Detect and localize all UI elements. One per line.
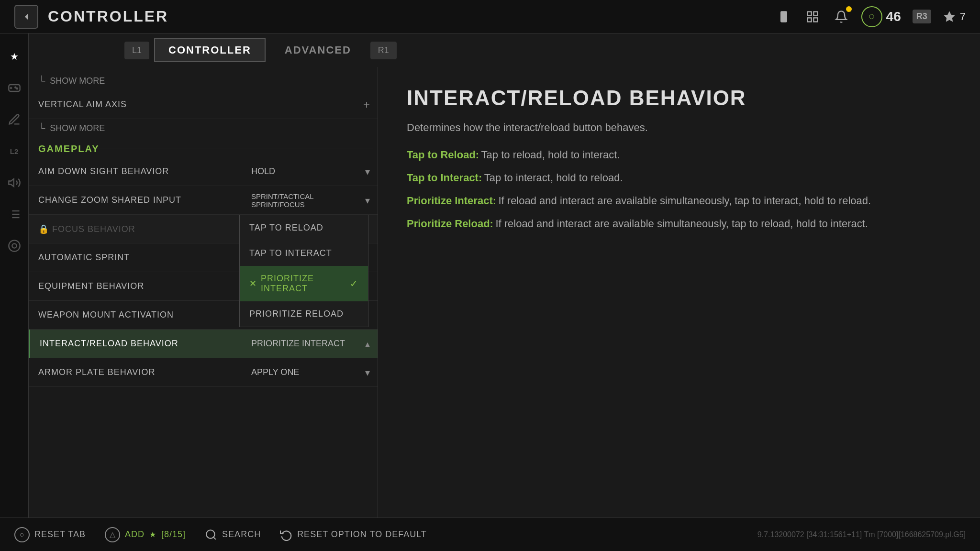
left-sidebar: ★ L2	[0, 33, 29, 518]
armor-plate-label: ARMOR PLATE BEHAVIOR	[29, 367, 244, 377]
sidebar-icon-l2[interactable]: L2	[6, 143, 23, 160]
reset-tab-icon: ○	[14, 527, 30, 542]
topbar-left: CONTROLLER	[14, 5, 168, 29]
reset-option-icon	[280, 529, 292, 541]
gameplay-header: GAMEPLAY	[29, 138, 378, 157]
armor-plate-chevron: ▾	[365, 367, 370, 378]
notification-dot	[846, 6, 852, 12]
detail-text-1: Tap to interact, hold to reload.	[484, 172, 623, 184]
aim-down-sight-value: HOLD ▾	[244, 166, 378, 177]
svg-line-21	[213, 537, 216, 540]
armor-plate-value: APPLY ONE ▾	[244, 367, 378, 378]
focus-behavior-row[interactable]: 🔒 FOCUS BEHAVIOR TAP TO RELOAD TAP TO IN…	[29, 215, 378, 243]
level-number: 46	[886, 9, 901, 24]
topbar: CONTROLLER ⬡ 46 R3 7	[0, 0, 980, 33]
sidebar-icon-volume[interactable]	[6, 174, 23, 191]
change-zoom-value: SPRINT/TACTICAL SPRINT/FOCUS ▾	[244, 192, 378, 209]
level-ring: ⬡	[861, 6, 882, 27]
show-more-row-2[interactable]: └ SHOW MORE	[29, 119, 378, 138]
sidebar-icon-star[interactable]: ★	[6, 48, 23, 65]
tab-controller[interactable]: CONTROLLER	[154, 38, 266, 62]
search-icon	[205, 529, 217, 541]
version-info: 9.7.13200072 [34:31:1561+11] Tm [7000][1…	[757, 530, 966, 539]
detail-item-2: Prioritize Interact: If reload and inter…	[407, 195, 951, 207]
interact-reload-chevron: ▴	[365, 338, 370, 350]
bottom-bar: ○ RESET TAB △ ADD ★ [8/15] SEARCH RESET …	[0, 518, 980, 551]
change-zoom-row[interactable]: CHANGE ZOOM SHARED INPUT SPRINT/TACTICAL…	[29, 186, 378, 215]
vertical-aim-axis-row[interactable]: VERTICAL AIM AXIS +	[29, 90, 378, 119]
aim-down-sight-val-text: HOLD	[251, 166, 275, 176]
topbar-right: ⬡ 46 R3 7	[775, 6, 966, 27]
detail-text-3: If reload and interact are available sim…	[495, 218, 868, 230]
detail-text-0: Tap to reload, hold to interact.	[481, 149, 620, 161]
gameplay-label: GAMEPLAY	[38, 143, 100, 154]
interact-reload-value: PRIORITIZE INTERACT ▴	[244, 338, 378, 350]
search-action[interactable]: SEARCH	[205, 529, 261, 541]
vai-plus: +	[244, 98, 378, 111]
svg-point-10	[16, 88, 17, 89]
reset-tab-action[interactable]: ○ RESET TAB	[14, 527, 86, 542]
armor-plate-row[interactable]: ARMOR PLATE BEHAVIOR APPLY ONE ▾	[29, 358, 378, 387]
reset-option-action[interactable]: RESET OPTION TO DEFAULT	[280, 529, 427, 541]
detail-label-1: Tap to Interact:	[407, 172, 482, 184]
rank-number: 7	[960, 11, 966, 23]
add-icon: △	[105, 527, 120, 542]
detail-title: INTERACT/RELOAD BEHAVIOR	[407, 86, 951, 110]
dropdown-prioritize-interact[interactable]: ✕ PRIORITIZE INTERACT ✓	[240, 266, 368, 301]
add-action[interactable]: △ ADD ★ [8/15]	[105, 527, 186, 542]
svg-point-19	[12, 243, 16, 248]
grid-icon	[804, 8, 821, 25]
svg-rect-2	[807, 11, 811, 15]
detail-text-2: If reload and interact are available sim…	[499, 195, 871, 207]
plus-icon: +	[363, 98, 370, 111]
dropdown-prioritize-reload[interactable]: PRIORITIZE RELOAD	[240, 301, 368, 327]
show-more-row-1[interactable]: └ SHOW MORE	[29, 72, 378, 90]
tab-l1-button[interactable]: L1	[124, 42, 149, 59]
focus-dropdown: TAP TO RELOAD TAP TO INTERACT ✕ PRIORITI…	[239, 215, 368, 327]
dropdown-tap-reload[interactable]: TAP TO RELOAD	[240, 215, 368, 241]
add-count: [8/15]	[161, 529, 186, 540]
svg-rect-5	[813, 18, 817, 22]
topbar-title: CONTROLLER	[48, 8, 168, 25]
tab-r1-button[interactable]: R1	[370, 42, 397, 59]
corner-icon-1: └	[38, 76, 45, 87]
left-panel: └ SHOW MORE VERTICAL AIM AXIS + └ SHOW M…	[29, 67, 378, 518]
main-content: └ SHOW MORE VERTICAL AIM AXIS + └ SHOW M…	[29, 67, 980, 518]
rank-display: 7	[943, 10, 966, 23]
svg-rect-3	[813, 11, 817, 15]
r3-badge: R3	[913, 10, 931, 23]
dropdown-prioritize-interact-label: PRIORITIZE INTERACT	[261, 274, 350, 294]
show-more-label-2: SHOW MORE	[50, 123, 105, 133]
interact-reload-row[interactable]: INTERACT/RELOAD BEHAVIOR PRIORITIZE INTE…	[29, 330, 378, 358]
sidebar-icon-edit[interactable]	[6, 111, 23, 128]
interact-reload-val-text: PRIORITIZE INTERACT	[251, 339, 345, 349]
aim-down-sight-label: AIM DOWN SIGHT BEHAVIOR	[29, 166, 244, 176]
reset-option-label: RESET OPTION TO DEFAULT	[297, 529, 427, 540]
back-button[interactable]	[14, 5, 38, 29]
notification-icon[interactable]	[833, 8, 850, 25]
sidebar-icon-list[interactable]	[6, 206, 23, 223]
sidebar-icon-network[interactable]	[6, 237, 23, 254]
focus-behavior-section: 🔒 FOCUS BEHAVIOR TAP TO RELOAD TAP TO IN…	[29, 215, 378, 243]
dropdown-tap-interact[interactable]: TAP TO INTERACT	[240, 241, 368, 266]
detail-description: Determines how the interact/reload butto…	[407, 120, 951, 135]
svg-point-1	[783, 19, 784, 20]
detail-label-0: Tap to Reload:	[407, 149, 479, 161]
search-label: SEARCH	[222, 529, 261, 540]
dropdown-x-icon: ✕	[249, 278, 257, 289]
change-zoom-label: CHANGE ZOOM SHARED INPUT	[29, 195, 244, 205]
aim-down-sight-row[interactable]: AIM DOWN SIGHT BEHAVIOR HOLD ▾	[29, 157, 378, 186]
tab-advanced[interactable]: ADVANCED	[270, 38, 366, 62]
svg-marker-11	[9, 179, 13, 187]
detail-item-1: Tap to Interact: Tap to interact, hold t…	[407, 172, 951, 184]
interact-reload-label: INTERACT/RELOAD BEHAVIOR	[30, 339, 244, 349]
level-display: ⬡ 46	[861, 6, 901, 27]
show-more-label-1: SHOW MORE	[50, 76, 105, 86]
detail-label-3: Prioritize Reload:	[407, 218, 493, 230]
vai-label: VERTICAL AIM AXIS	[29, 99, 244, 110]
svg-point-20	[206, 530, 214, 538]
change-zoom-val-text: SPRINT/TACTICAL SPRINT/FOCUS	[251, 192, 365, 209]
sidebar-icon-gamepad[interactable]	[6, 79, 23, 97]
svg-point-18	[9, 240, 20, 251]
add-label: ADD	[125, 529, 145, 540]
